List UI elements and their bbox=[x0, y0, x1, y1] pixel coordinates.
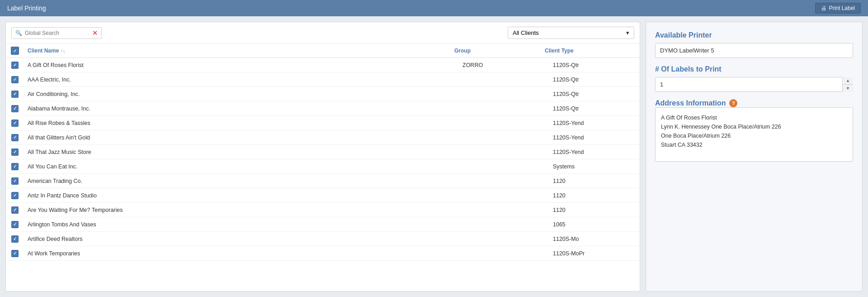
table-row[interactable]: ✓ Are You Waiting For Me? Temporaries 11… bbox=[6, 203, 640, 217]
row-checkbox[interactable]: ✓ bbox=[11, 250, 19, 257]
search-icon: 🔍 bbox=[15, 30, 22, 36]
spin-down-button[interactable]: ▼ bbox=[843, 85, 853, 92]
row-checkbox-cell[interactable]: ✓ bbox=[6, 218, 24, 231]
row-client-name: American Trading Co. bbox=[24, 175, 459, 187]
table-row[interactable]: ✓ At Work Temporaries 1120S-MoPr bbox=[6, 246, 640, 261]
search-box[interactable]: 🔍 ✕ bbox=[11, 27, 102, 39]
row-checkbox[interactable]: ✓ bbox=[11, 148, 19, 156]
row-checkbox[interactable]: ✓ bbox=[11, 134, 19, 141]
check-icon: ✓ bbox=[13, 193, 17, 198]
labels-section-title: # Of Labels to Print bbox=[655, 65, 853, 73]
row-checkbox-cell[interactable]: ✓ bbox=[6, 88, 24, 101]
check-icon: ✓ bbox=[13, 222, 17, 227]
row-checkbox-cell[interactable]: ✓ bbox=[6, 131, 24, 144]
col-header-name[interactable]: Client Name ↑↓ bbox=[24, 47, 451, 55]
filter-dropdown[interactable]: All ClientsActive ClientsInactive Client… bbox=[508, 27, 634, 39]
search-input[interactable] bbox=[25, 30, 90, 36]
row-checkbox-cell[interactable]: ✓ bbox=[6, 247, 24, 260]
row-group bbox=[459, 193, 549, 198]
row-checkbox[interactable]: ✓ bbox=[11, 105, 19, 112]
row-checkbox[interactable]: ✓ bbox=[11, 120, 19, 127]
table-row[interactable]: ✓ All that Glitters Ain't Gold 1120S-Yen… bbox=[6, 130, 640, 145]
table-row[interactable]: ✓ AAA Electric, Inc. 1120S-Qtr bbox=[6, 72, 640, 87]
table-row[interactable]: ✓ Arlington Tombs And Vases 1065 bbox=[6, 217, 640, 232]
row-client-name: Antz In Pantz Dance Studio bbox=[24, 190, 459, 201]
row-client-name: A Gift Of Roses Florist bbox=[24, 59, 459, 71]
row-group bbox=[459, 222, 549, 227]
row-checkbox-cell[interactable]: ✓ bbox=[6, 102, 24, 115]
row-checkbox-cell[interactable]: ✓ bbox=[6, 160, 24, 173]
row-group: ZORRO bbox=[459, 59, 549, 71]
address-section-title: Address Information bbox=[655, 99, 726, 107]
row-checkbox-cell[interactable]: ✓ bbox=[6, 146, 24, 158]
filter-select-input[interactable]: All ClientsActive ClientsInactive Client… bbox=[513, 29, 581, 36]
col-header-group[interactable]: Group bbox=[451, 47, 541, 55]
table-row[interactable]: ✓ American Trading Co. 1120 bbox=[6, 174, 640, 188]
row-group bbox=[459, 120, 549, 126]
row-group bbox=[459, 164, 549, 169]
row-checkbox[interactable]: ✓ bbox=[11, 76, 19, 83]
row-client-name: All Rise Robes & Tassles bbox=[24, 117, 459, 129]
table-body: ✓ A Gift Of Roses Florist ZORRO 1120S-Qt… bbox=[6, 58, 640, 291]
row-client-name: At Work Temporaries bbox=[24, 248, 459, 259]
help-icon[interactable]: ? bbox=[729, 99, 737, 107]
header-checkbox[interactable]: ✓ bbox=[11, 47, 19, 55]
table-row[interactable]: ✓ Alabama Montrause, Inc. 1120S-Qtr bbox=[6, 101, 640, 116]
row-group bbox=[459, 106, 549, 111]
table-row[interactable]: ✓ All That Jazz Music Store 1120S-Yend bbox=[6, 145, 640, 159]
table-row[interactable]: ✓ All Rise Robes & Tassles 1120S-Yend bbox=[6, 116, 640, 130]
check-icon: ✓ bbox=[13, 236, 17, 241]
main-container: 🔍 ✕ All ClientsActive ClientsInactive Cl… bbox=[0, 16, 868, 297]
table-row[interactable]: ✓ Artifice Deed Realtors 1120S-Mo bbox=[6, 232, 640, 246]
printer-input[interactable] bbox=[655, 43, 853, 58]
clear-icon[interactable]: ✕ bbox=[92, 29, 98, 37]
print-label-button[interactable]: 🖨 Print Label bbox=[815, 3, 861, 14]
row-checkbox-cell[interactable]: ✓ bbox=[6, 59, 24, 72]
row-client-type: 1065 bbox=[549, 219, 640, 230]
row-group bbox=[459, 178, 549, 184]
row-client-name: Artifice Deed Realtors bbox=[24, 233, 459, 245]
row-checkbox-cell[interactable]: ✓ bbox=[6, 204, 24, 216]
row-checkbox-cell[interactable]: ✓ bbox=[6, 117, 24, 129]
table-row[interactable]: ✓ All You Can Eat Inc. Systems bbox=[6, 159, 640, 174]
row-client-type: 1120S-MoPr bbox=[549, 248, 640, 259]
row-checkbox-cell[interactable]: ✓ bbox=[6, 189, 24, 202]
header-check-icon: ✓ bbox=[13, 48, 17, 53]
row-checkbox[interactable]: ✓ bbox=[11, 206, 19, 214]
header-checkbox-cell[interactable]: ✓ bbox=[6, 47, 24, 55]
check-icon: ✓ bbox=[13, 62, 17, 67]
chevron-down-icon: ▾ bbox=[626, 29, 629, 36]
row-client-name: Alabama Montrause, Inc. bbox=[24, 103, 459, 115]
row-checkbox[interactable]: ✓ bbox=[11, 221, 19, 228]
check-icon: ✓ bbox=[13, 251, 17, 256]
row-group bbox=[459, 236, 549, 242]
row-client-type: 1120S-Qtr bbox=[549, 103, 640, 115]
row-group bbox=[459, 149, 549, 155]
row-checkbox-cell[interactable]: ✓ bbox=[6, 73, 24, 86]
table-row[interactable]: ✓ Air Conditioning, Inc. 1120S-Qtr bbox=[6, 87, 640, 101]
row-checkbox-cell[interactable]: ✓ bbox=[6, 175, 24, 187]
row-checkbox[interactable]: ✓ bbox=[11, 163, 19, 170]
row-client-type: 1120S-Qtr bbox=[549, 59, 640, 71]
label-count-input[interactable] bbox=[655, 77, 853, 92]
check-icon: ✓ bbox=[13, 120, 17, 125]
row-client-type: 1120 bbox=[549, 175, 640, 187]
table-row[interactable]: ✓ Antz In Pantz Dance Studio 1120 bbox=[6, 188, 640, 203]
check-icon: ✓ bbox=[13, 178, 17, 183]
check-icon: ✓ bbox=[13, 135, 17, 140]
row-checkbox[interactable]: ✓ bbox=[11, 177, 19, 185]
row-group bbox=[459, 207, 549, 213]
address-box: A Gift Of Roses FloristLynn K. Hennessey… bbox=[655, 107, 853, 162]
row-client-name: Air Conditioning, Inc. bbox=[24, 88, 459, 100]
row-checkbox[interactable]: ✓ bbox=[11, 235, 19, 243]
table-row[interactable]: ✓ A Gift Of Roses Florist ZORRO 1120S-Qt… bbox=[6, 58, 640, 72]
row-checkbox[interactable]: ✓ bbox=[11, 62, 19, 69]
row-checkbox-cell[interactable]: ✓ bbox=[6, 233, 24, 245]
row-checkbox[interactable]: ✓ bbox=[11, 91, 19, 98]
row-checkbox[interactable]: ✓ bbox=[11, 192, 19, 199]
spin-up-button[interactable]: ▲ bbox=[843, 77, 853, 85]
row-client-name: AAA Electric, Inc. bbox=[24, 74, 459, 86]
row-client-type: 1120S-Yend bbox=[549, 117, 640, 129]
col-header-type[interactable]: Client Type bbox=[541, 47, 632, 55]
label-count-wrapper: ▲ ▼ bbox=[655, 77, 853, 92]
